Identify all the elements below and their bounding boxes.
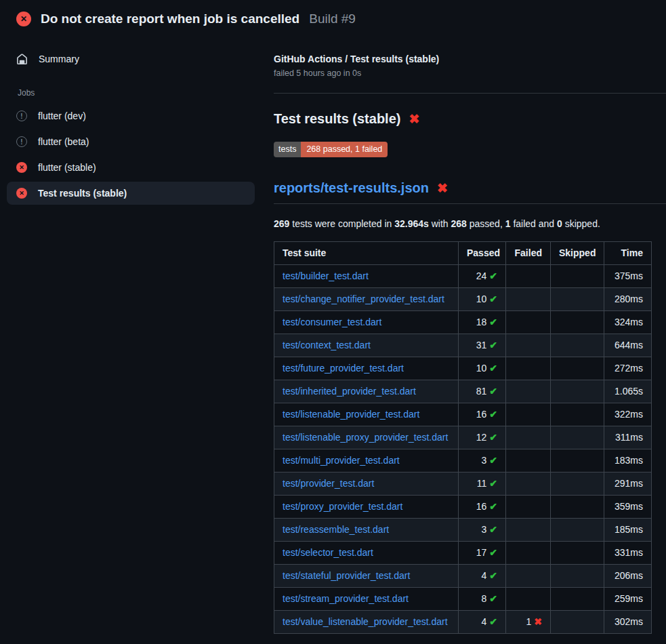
failed-cell (506, 587, 551, 610)
passed-count: 10 (476, 363, 487, 374)
check-icon: ✔ (489, 501, 497, 512)
suite-link[interactable]: test/selector_test.dart (283, 547, 373, 558)
time-cell: 272ms (604, 357, 652, 380)
passed-count: 10 (476, 294, 487, 304)
report-title-link[interactable]: reports/test-results.json (274, 180, 429, 196)
summary-segment: 268 (451, 218, 467, 229)
sidebar-item-summary[interactable]: Summary (7, 47, 255, 71)
suite-link[interactable]: test/listenable_proxy_provider_test.dart (283, 432, 448, 443)
skipped-cell (551, 587, 604, 610)
failed-cell (506, 541, 551, 564)
sidebar-job-item-2[interactable]: ✕flutter (stable) (7, 156, 255, 179)
cross-icon: ✖ (534, 616, 542, 627)
summary-segment: 269 (274, 218, 289, 229)
passed-count: 18 (476, 317, 487, 327)
suite-cell: test/consumer_test.dart (274, 310, 459, 334)
suite-link[interactable]: test/consumer_test.dart (283, 317, 381, 327)
time-cell: 302ms (604, 610, 652, 633)
suite-link[interactable]: test/proxy_provider_test.dart (283, 501, 402, 512)
time-cell: 1.065s (604, 380, 652, 403)
table-row: test/inherited_provider_test.dart81✔1.06… (274, 380, 652, 403)
passed-cell: 16✔ (459, 403, 506, 426)
suite-link[interactable]: test/inherited_provider_test.dart (283, 386, 416, 397)
passed-count: 3 (481, 524, 486, 535)
breadcrumb: GitHub Actions / Test results (stable) (274, 54, 666, 64)
suite-link[interactable]: test/stateful_provider_test.dart (283, 570, 410, 581)
suite-cell: test/listenable_provider_test.dart (274, 403, 459, 426)
passed-count: 11 (477, 478, 487, 489)
passed-count: 4 (481, 616, 486, 627)
sidebar-job-item-1[interactable]: !flutter (beta) (7, 130, 255, 153)
sidebar-summary-label: Summary (39, 54, 79, 64)
job-label: Test results (stable) (38, 188, 127, 199)
failed-cell (506, 472, 551, 495)
passed-cell: 12✔ (459, 426, 506, 449)
passed-count: 81 (476, 386, 487, 397)
suite-cell: test/builder_test.dart (274, 264, 459, 287)
check-icon: ✔ (489, 455, 497, 466)
suite-link[interactable]: test/reassemble_test.dart (283, 524, 389, 535)
suite-link[interactable]: test/change_notifier_provider_test.dart (283, 294, 444, 304)
column-header-time: Time (604, 241, 652, 264)
job-failed-icon: ✕ (16, 162, 27, 173)
job-failed-icon: ✕ (16, 188, 27, 199)
suite-link[interactable]: test/future_provider_test.dart (283, 363, 404, 374)
check-icon: ✔ (489, 270, 497, 281)
check-icon: ✔ (489, 593, 497, 604)
failed-cell (506, 380, 551, 403)
summary-segment: 1 (505, 218, 511, 229)
time-cell: 259ms (604, 587, 652, 610)
main-content: GitHub Actions / Test results (stable) f… (264, 37, 666, 634)
jobs-list: !flutter (dev)!flutter (beta)✕flutter (s… (7, 104, 255, 205)
skipped-cell (551, 472, 604, 495)
skipped-cell (551, 357, 604, 380)
table-row: test/proxy_provider_test.dart16✔359ms (274, 495, 652, 518)
suite-link[interactable]: test/provider_test.dart (283, 478, 374, 489)
failed-cell (506, 564, 551, 587)
failed-cell (506, 426, 551, 449)
failed-cell (506, 264, 551, 287)
passed-count: 12 (476, 432, 487, 443)
check-icon: ✔ (489, 294, 497, 304)
skipped-cell (551, 564, 604, 587)
suite-link[interactable]: test/stream_provider_test.dart (283, 593, 409, 604)
section-heading: Test results (stable) ✖ (274, 111, 666, 127)
table-row: test/listenable_proxy_provider_test.dart… (274, 426, 652, 449)
skipped-cell (551, 264, 604, 287)
jobs-sidebar: Summary Jobs !flutter (dev)!flutter (bet… (0, 37, 264, 207)
check-run-page: ✕ Do not create report when job is cance… (0, 0, 666, 644)
check-icon: ✔ (489, 317, 497, 327)
table-row: test/selector_test.dart17✔331ms (274, 541, 652, 564)
job-cancelled-icon: ! (16, 110, 27, 121)
table-body: test/builder_test.dart24✔375mstest/chang… (274, 264, 652, 633)
suite-link[interactable]: test/value_listenable_provider_test.dart (283, 616, 448, 627)
passed-count: 3 (481, 455, 486, 466)
table-row: test/builder_test.dart24✔375ms (274, 264, 652, 287)
sidebar-job-item-3[interactable]: ✕Test results (stable) (7, 182, 255, 205)
suite-link[interactable]: test/context_test.dart (283, 340, 371, 350)
run-status-text: failed 5 hours ago in 0s (274, 68, 666, 78)
suite-cell: test/provider_test.dart (274, 472, 459, 495)
suite-link[interactable]: test/listenable_provider_test.dart (283, 409, 419, 420)
suite-link[interactable]: test/builder_test.dart (283, 270, 369, 281)
suite-link[interactable]: test/multi_provider_test.dart (283, 455, 400, 466)
time-cell: 183ms (604, 449, 652, 472)
passed-count: 16 (476, 409, 487, 420)
skipped-cell (551, 334, 604, 357)
summary-segment: passed, (467, 218, 505, 229)
summary-sentence: 269 tests were completed in 32.964s with… (274, 218, 666, 229)
suite-cell: test/listenable_proxy_provider_test.dart (274, 426, 459, 449)
summary-segment: 32.964s (394, 218, 429, 229)
column-header-test-suite: Test suite (274, 241, 459, 264)
passed-cell: 10✔ (459, 357, 506, 380)
failed-cell (506, 287, 551, 310)
time-cell: 280ms (604, 287, 652, 310)
passed-cell: 81✔ (459, 380, 506, 403)
sidebar-job-item-0[interactable]: !flutter (dev) (7, 104, 255, 127)
table-row: test/future_provider_test.dart10✔272ms (274, 357, 652, 380)
suite-cell: test/stateful_provider_test.dart (274, 564, 459, 587)
skipped-cell (551, 310, 604, 334)
passed-count: 4 (481, 570, 486, 581)
time-cell: 324ms (604, 310, 652, 334)
summary-segment: 0 (557, 218, 562, 229)
